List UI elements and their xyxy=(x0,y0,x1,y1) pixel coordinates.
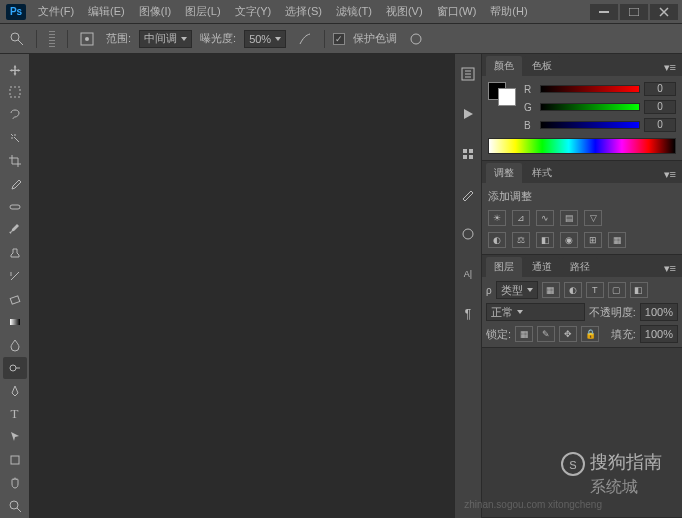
brush-tool[interactable] xyxy=(3,219,27,241)
maximize-button[interactable] xyxy=(620,4,648,20)
hand-tool[interactable] xyxy=(3,472,27,494)
gradient-tool[interactable] xyxy=(3,311,27,333)
panel-menu-icon[interactable]: ▾≡ xyxy=(662,260,678,277)
channels-tab[interactable]: 通道 xyxy=(524,257,560,277)
lock-trans-icon[interactable]: ▦ xyxy=(515,326,533,342)
background-swatch[interactable] xyxy=(498,88,516,106)
history-icon[interactable] xyxy=(458,64,478,84)
opacity-label: 不透明度: xyxy=(589,305,636,320)
fg-bg-swatches[interactable] xyxy=(488,82,516,106)
path-select-tool[interactable] xyxy=(3,426,27,448)
svg-rect-1 xyxy=(629,8,639,16)
airbrush-icon[interactable] xyxy=(294,28,316,50)
blend-mode-dropdown[interactable]: 正常 xyxy=(486,303,585,321)
r-slider[interactable] xyxy=(540,85,640,93)
move-tool[interactable] xyxy=(3,58,27,80)
adjustments-tab[interactable]: 调整 xyxy=(486,163,522,183)
menu-type[interactable]: 文字(Y) xyxy=(229,1,278,22)
menu-view[interactable]: 视图(V) xyxy=(380,1,429,22)
dodge-tool[interactable] xyxy=(3,357,27,379)
character-icon[interactable]: A| xyxy=(458,264,478,284)
layers-list[interactable] xyxy=(482,347,682,517)
stamp-tool[interactable] xyxy=(3,242,27,264)
levels-icon[interactable]: ⊿ xyxy=(512,210,530,226)
lock-pos-icon[interactable]: ✥ xyxy=(559,326,577,342)
channel-mixer-icon[interactable]: ⊞ xyxy=(584,232,602,248)
paths-tab[interactable]: 路径 xyxy=(562,257,598,277)
filter-kind-dropdown[interactable]: 类型 xyxy=(496,281,538,299)
filter-adjust-icon[interactable]: ◐ xyxy=(564,282,582,298)
exposure-input[interactable]: 50% xyxy=(244,30,286,48)
clone-source-icon[interactable] xyxy=(458,224,478,244)
pressure-icon[interactable] xyxy=(405,28,427,50)
swatches-tab[interactable]: 色板 xyxy=(524,56,560,76)
blur-tool[interactable] xyxy=(3,334,27,356)
filter-type-icon[interactable]: T xyxy=(586,282,604,298)
svg-rect-16 xyxy=(463,155,467,159)
paragraph-icon[interactable]: ¶ xyxy=(458,304,478,324)
menu-help[interactable]: 帮助(H) xyxy=(484,1,533,22)
protect-checkbox[interactable] xyxy=(333,33,345,45)
menu-select[interactable]: 选择(S) xyxy=(279,1,328,22)
b-value[interactable]: 0 xyxy=(644,118,676,132)
color-tab[interactable]: 颜色 xyxy=(486,56,522,76)
g-slider[interactable] xyxy=(540,103,640,111)
minimize-button[interactable] xyxy=(590,4,618,20)
filter-shape-icon[interactable]: ▢ xyxy=(608,282,626,298)
marquee-tool[interactable] xyxy=(3,81,27,103)
range-dropdown[interactable]: 中间调 xyxy=(139,30,192,48)
healing-tool[interactable] xyxy=(3,196,27,218)
g-value[interactable]: 0 xyxy=(644,100,676,114)
opacity-input[interactable]: 100% xyxy=(640,303,678,321)
fill-input[interactable]: 100% xyxy=(640,325,678,343)
crop-tool[interactable] xyxy=(3,150,27,172)
actions-icon[interactable] xyxy=(458,104,478,124)
brightness-icon[interactable]: ☀ xyxy=(488,210,506,226)
lock-label: 锁定: xyxy=(486,327,511,342)
bw-icon[interactable]: ◧ xyxy=(536,232,554,248)
b-slider[interactable] xyxy=(540,121,640,129)
layers-tab[interactable]: 图层 xyxy=(486,257,522,277)
menu-window[interactable]: 窗口(W) xyxy=(431,1,483,22)
color-spectrum[interactable] xyxy=(488,138,676,154)
menu-filter[interactable]: 滤镜(T) xyxy=(330,1,378,22)
eyedropper-tool[interactable] xyxy=(3,173,27,195)
exposure-icon[interactable]: ▤ xyxy=(560,210,578,226)
balance-icon[interactable]: ⚖ xyxy=(512,232,530,248)
curves-icon[interactable]: ∿ xyxy=(536,210,554,226)
panel-menu-icon[interactable]: ▾≡ xyxy=(662,59,678,76)
properties-icon[interactable] xyxy=(458,144,478,164)
filter-smart-icon[interactable]: ◧ xyxy=(630,282,648,298)
history-brush-tool[interactable] xyxy=(3,265,27,287)
canvas-area[interactable] xyxy=(30,54,454,518)
brush-panel-icon[interactable] xyxy=(76,28,98,50)
range-label: 范围: xyxy=(106,31,131,46)
photo-filter-icon[interactable]: ◉ xyxy=(560,232,578,248)
type-tool[interactable]: T xyxy=(3,403,27,425)
lookup-icon[interactable]: ▦ xyxy=(608,232,626,248)
tool-preset-icon[interactable] xyxy=(6,28,28,50)
pen-tool[interactable] xyxy=(3,380,27,402)
lasso-tool[interactable] xyxy=(3,104,27,126)
add-adjustment-label: 添加调整 xyxy=(488,189,676,204)
shape-tool[interactable] xyxy=(3,449,27,471)
styles-tab[interactable]: 样式 xyxy=(524,163,560,183)
svg-rect-7 xyxy=(10,205,20,209)
menu-layer[interactable]: 图层(L) xyxy=(179,1,226,22)
r-value[interactable]: 0 xyxy=(644,82,676,96)
vibrance-icon[interactable]: ▽ xyxy=(584,210,602,226)
menu-image[interactable]: 图像(I) xyxy=(133,1,177,22)
brush-size-icon[interactable] xyxy=(49,31,55,47)
filter-pixel-icon[interactable]: ▦ xyxy=(542,282,560,298)
lock-paint-icon[interactable]: ✎ xyxy=(537,326,555,342)
menu-edit[interactable]: 编辑(E) xyxy=(82,1,131,22)
hue-icon[interactable]: ◐ xyxy=(488,232,506,248)
eraser-tool[interactable] xyxy=(3,288,27,310)
close-button[interactable] xyxy=(650,4,678,20)
menu-file[interactable]: 文件(F) xyxy=(32,1,80,22)
brush-presets-icon[interactable] xyxy=(458,184,478,204)
wand-tool[interactable] xyxy=(3,127,27,149)
zoom-tool[interactable] xyxy=(3,495,27,517)
lock-all-icon[interactable]: 🔒 xyxy=(581,326,599,342)
panel-menu-icon[interactable]: ▾≡ xyxy=(662,166,678,183)
